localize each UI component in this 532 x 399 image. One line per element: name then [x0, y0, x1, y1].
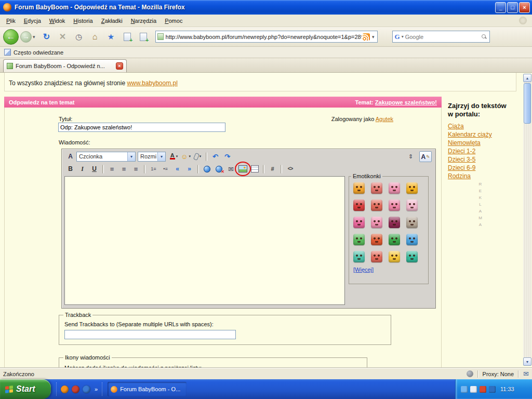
search-input[interactable] — [405, 34, 482, 40]
emoticon[interactable] — [353, 251, 365, 262]
remove-link-button[interactable] — [214, 164, 224, 174]
rss-icon[interactable] — [363, 33, 370, 41]
bookmark-item[interactable]: Często odwiedzane — [14, 49, 63, 56]
insert-link-button[interactable] — [202, 164, 212, 174]
smilies-menu-button[interactable]: ☺ — [180, 151, 191, 162]
font-select-arrow[interactable]: ▾ — [127, 152, 135, 161]
outdent-button[interactable]: « — [172, 164, 183, 174]
emoticon[interactable] — [371, 217, 382, 228]
volume-tray-icon[interactable] — [470, 386, 477, 393]
emoticon[interactable] — [389, 234, 400, 245]
align-center-button[interactable]: ≡ — [118, 164, 129, 174]
new-tab-button[interactable] — [137, 30, 150, 44]
portal-link[interactable]: Kalendarz ciąży — [448, 130, 523, 139]
more-emoticons-link[interactable]: [Więcej] — [353, 267, 374, 273]
menubar-item[interactable]: Edycja — [20, 16, 45, 26]
scroll-down-button[interactable]: ▼ — [523, 357, 531, 366]
emoticon[interactable] — [371, 182, 382, 194]
antivirus-tray-icon[interactable] — [480, 386, 486, 393]
emoticon[interactable] — [389, 251, 400, 262]
emoticon[interactable] — [389, 200, 400, 211]
align-left-button[interactable]: ≡ — [107, 164, 117, 174]
portal-link[interactable]: Dzieci 1-2 — [448, 147, 523, 155]
editor-mode-button[interactable]: A — [419, 151, 432, 162]
emoticon[interactable] — [371, 200, 382, 211]
font-color-button[interactable]: A — [168, 151, 179, 162]
emoticon[interactable] — [353, 217, 365, 228]
menubar-item[interactable]: Pomoc — [161, 16, 187, 26]
url-input[interactable] — [166, 34, 362, 40]
emoticon[interactable] — [406, 200, 418, 211]
wrap-code-button[interactable]: # — [267, 164, 278, 174]
minimize-button[interactable]: _ — [495, 2, 506, 13]
menubar-item[interactable]: Plik — [2, 16, 20, 26]
menubar-item[interactable]: Narzędzia — [127, 16, 161, 26]
mail-status-icon[interactable]: ✉ — [523, 370, 529, 378]
tab-close-button[interactable]: × — [116, 62, 123, 70]
close-button[interactable]: × — [519, 2, 530, 13]
emoticon[interactable] — [406, 251, 418, 262]
portal-link[interactable]: Ciąża — [448, 122, 523, 130]
emoticon[interactable] — [406, 234, 418, 245]
indent-button[interactable]: » — [184, 164, 195, 174]
babyboom-home-link[interactable]: www.babyboom.pl — [127, 79, 177, 87]
underline-button[interactable]: U — [89, 164, 100, 174]
search-icon[interactable] — [482, 34, 486, 39]
messenger-tray-icon[interactable] — [461, 386, 468, 393]
mail-quicklaunch-icon[interactable] — [72, 385, 79, 393]
emoticon[interactable] — [371, 251, 382, 262]
bookmark-star-button[interactable]: ★ — [104, 30, 118, 44]
back-button[interactable]: ← — [3, 29, 19, 45]
font-select[interactable]: Czcionka ▾ — [76, 152, 136, 162]
emoticon[interactable] — [353, 234, 365, 245]
emoticon[interactable] — [353, 200, 365, 211]
maximize-button[interactable]: □ — [507, 2, 518, 13]
history-dropdown-arrow[interactable]: ▾ — [33, 34, 35, 39]
emoticon[interactable] — [406, 217, 418, 228]
add-bookmark-button[interactable] — [121, 30, 134, 44]
bullet-list-button[interactable]: •≡ — [160, 164, 171, 174]
emoticon[interactable] — [371, 234, 382, 245]
bold-button[interactable]: B — [65, 164, 76, 174]
history-button[interactable]: ◷ — [72, 30, 86, 44]
scrollbar-thumb[interactable] — [524, 83, 531, 124]
undo-button[interactable]: ↶ — [210, 151, 221, 162]
scroll-up-button[interactable]: ▲ — [523, 74, 531, 82]
portal-link[interactable]: Rodzina — [448, 172, 523, 180]
portal-link[interactable]: Dzieci 6-9 — [448, 164, 523, 172]
size-select[interactable]: Rozmi ▾ — [138, 152, 166, 162]
start-button[interactable]: Start — [0, 379, 51, 399]
url-bar[interactable]: ▾ — [155, 31, 378, 43]
emoticon[interactable] — [389, 217, 400, 228]
collapse-toolbar-button[interactable]: ⇕ — [405, 152, 416, 162]
reload-button[interactable]: ↻ — [40, 30, 54, 44]
topic-link[interactable]: Zakupowe szaleństwo! — [375, 99, 437, 105]
title-input[interactable] — [58, 123, 225, 132]
messenger-quicklaunch-icon[interactable] — [83, 385, 90, 393]
align-right-button[interactable]: ≡ — [130, 164, 141, 174]
menubar-item[interactable]: Widok — [45, 16, 70, 26]
portal-link[interactable]: Niemowlęta — [448, 139, 523, 147]
firefox-quicklaunch-icon[interactable] — [61, 385, 69, 393]
italic-button[interactable]: I — [77, 164, 88, 174]
tab-forum-babyboom[interactable]: Forum BabyBoom - Odpowiedź n... × — [3, 59, 127, 72]
message-textarea[interactable] — [64, 176, 345, 305]
home-button[interactable]: ⌂ — [88, 30, 102, 44]
ordered-list-button[interactable]: 1≡ — [148, 164, 159, 174]
search-engine-dropdown-arrow[interactable]: ▾ — [402, 34, 404, 39]
emoticon[interactable] — [406, 182, 418, 194]
vertical-scrollbar[interactable]: ▲ ▼ — [523, 74, 531, 366]
insert-image-button[interactable] — [237, 164, 248, 174]
emoticon[interactable] — [389, 182, 400, 194]
menubar-item[interactable]: Zakładki — [97, 16, 127, 26]
network-tray-icon[interactable] — [489, 386, 496, 393]
url-dropdown-arrow[interactable]: ▾ — [371, 34, 376, 39]
portal-link[interactable]: Dzieci 3-5 — [448, 155, 523, 164]
emoticon[interactable] — [353, 182, 365, 194]
stop-button[interactable]: ✕ — [56, 30, 70, 44]
taskbar-task-button[interactable]: Forum BabyBoom - O... — [108, 382, 187, 396]
wrap-html-button[interactable]: <> — [285, 164, 296, 174]
menubar-item[interactable]: Historia — [69, 16, 97, 26]
username-link[interactable]: Agutek — [376, 116, 393, 122]
search-box[interactable]: G ▾ — [392, 31, 490, 43]
